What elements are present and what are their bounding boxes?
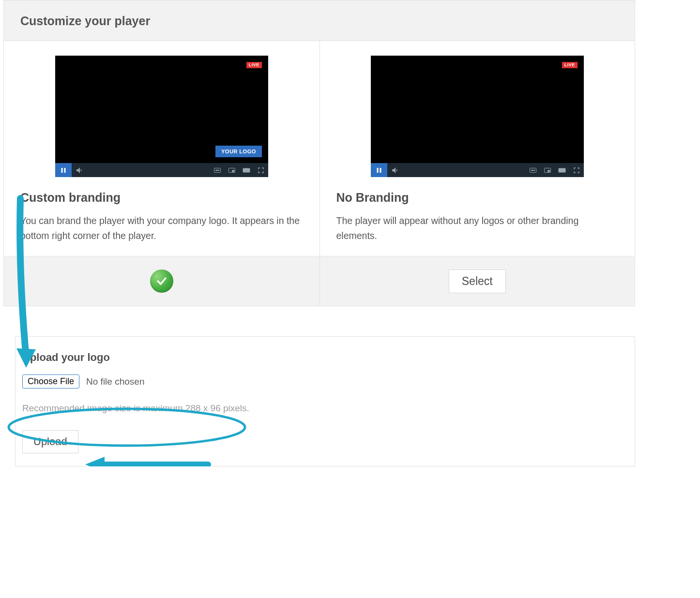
option-title-custom: Custom branding — [20, 191, 303, 205]
player-controls — [55, 163, 268, 177]
choose-file-button[interactable]: Choose File — [22, 374, 79, 389]
option-desc-custom: You can brand the player with your compa… — [20, 213, 303, 243]
panel-title: Customize your player — [20, 14, 618, 28]
fullscreen-icon[interactable] — [569, 163, 584, 177]
svg-rect-12 — [531, 170, 535, 171]
panel-header: Customize your player — [4, 0, 635, 41]
svg-rect-8 — [377, 168, 378, 173]
option-footer-none: Select — [320, 256, 635, 306]
fullscreen-icon[interactable] — [254, 163, 268, 177]
upload-logo-section: Upload your logo Choose File No file cho… — [15, 336, 635, 466]
hd-icon[interactable] — [239, 163, 254, 177]
pip-icon[interactable] — [540, 163, 555, 177]
selected-check-icon — [150, 269, 173, 293]
option-custom-branding[interactable]: LIVE YOUR LOGO — [4, 41, 320, 306]
hd-icon[interactable] — [555, 163, 569, 177]
customize-player-panel: Customize your player LIVE YOUR LOGO — [3, 0, 635, 306]
pip-icon[interactable] — [225, 163, 239, 177]
pause-icon[interactable] — [55, 163, 72, 177]
file-status: No file chosen — [86, 376, 144, 387]
svg-rect-15 — [558, 168, 565, 172]
svg-rect-9 — [380, 168, 381, 173]
branding-options: LIVE YOUR LOGO — [4, 41, 635, 306]
player-preview-custom: LIVE YOUR LOGO — [55, 56, 268, 177]
option-desc-none: The player will appear without any logos… — [336, 213, 619, 243]
player-controls — [371, 163, 584, 177]
svg-marker-2 — [76, 167, 80, 173]
volume-icon[interactable] — [387, 163, 404, 177]
upload-hint: Recommended image size is maximum 288 x … — [22, 403, 628, 414]
volume-icon[interactable] — [72, 163, 88, 177]
svg-rect-1 — [64, 168, 65, 173]
select-button[interactable]: Select — [449, 269, 506, 293]
upload-button[interactable]: Upload — [22, 430, 78, 453]
svg-marker-10 — [392, 167, 396, 173]
player-preview-none: LIVE — [371, 56, 584, 177]
live-badge: LIVE — [246, 62, 262, 68]
option-no-branding[interactable]: LIVE — [320, 41, 635, 306]
captions-icon[interactable] — [526, 163, 540, 177]
your-logo-chip: YOUR LOGO — [215, 146, 262, 157]
upload-title: Upload your logo — [22, 351, 628, 364]
pause-icon[interactable] — [371, 163, 387, 177]
svg-rect-4 — [215, 170, 219, 171]
svg-rect-14 — [548, 170, 550, 172]
option-footer-custom — [4, 256, 320, 306]
svg-rect-0 — [61, 168, 62, 173]
live-badge: LIVE — [562, 62, 578, 68]
svg-rect-6 — [232, 170, 234, 172]
svg-rect-7 — [243, 168, 250, 172]
captions-icon[interactable] — [210, 163, 225, 177]
option-title-none: No Branding — [336, 191, 619, 205]
